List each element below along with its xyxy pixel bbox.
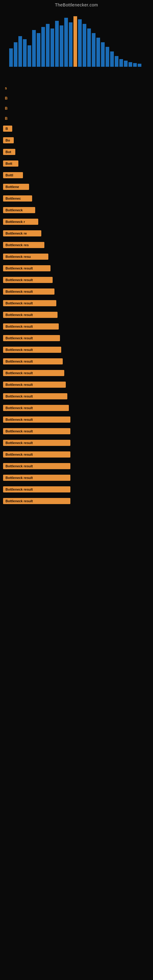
result-row: Bottleneck bbox=[3, 207, 150, 216]
bottleneck-result-label: Bottleneck result bbox=[3, 347, 61, 353]
bottleneck-result-label: Bottleneck r bbox=[3, 219, 38, 225]
bottleneck-result-label: Bottleneck result bbox=[3, 440, 70, 446]
bottleneck-result-label: Bot bbox=[3, 149, 15, 155]
svg-rect-15 bbox=[78, 19, 82, 67]
svg-rect-20 bbox=[101, 42, 105, 67]
result-row: Bottleneck result bbox=[3, 405, 150, 414]
result-row: B bbox=[3, 115, 150, 123]
svg-rect-8 bbox=[46, 24, 49, 67]
bottleneck-result-label: Bottleneck result bbox=[3, 370, 64, 376]
result-row: Bottleneck result bbox=[3, 428, 150, 438]
svg-rect-23 bbox=[115, 56, 118, 67]
bottleneck-result-label: Bottleneck result bbox=[3, 452, 70, 458]
result-row: Bottl bbox=[3, 172, 150, 181]
result-row: Bottleneck result bbox=[3, 358, 150, 368]
svg-rect-22 bbox=[110, 51, 114, 67]
chart-svg bbox=[6, 12, 147, 73]
svg-rect-6 bbox=[37, 33, 40, 67]
result-row: B bbox=[3, 95, 150, 103]
svg-rect-17 bbox=[87, 29, 91, 67]
svg-rect-19 bbox=[96, 38, 100, 67]
result-row: Bottleneck result bbox=[3, 440, 150, 449]
bottleneck-result-label: B bbox=[3, 126, 12, 132]
svg-rect-4 bbox=[27, 45, 31, 67]
bottleneck-result-label: Bottleneck result bbox=[3, 288, 54, 294]
bottleneck-result-label: Bottleneck result bbox=[3, 498, 70, 504]
svg-rect-11 bbox=[60, 25, 63, 67]
bottleneck-result-label: Bottleneck result bbox=[3, 335, 60, 341]
result-row: Bottleneck result bbox=[3, 323, 150, 332]
result-row: s bbox=[3, 85, 150, 93]
svg-rect-25 bbox=[124, 60, 128, 67]
result-row: Bottlene bbox=[3, 184, 150, 193]
early-label-bo: B bbox=[3, 105, 15, 111]
early-label-b: B bbox=[3, 95, 14, 101]
result-row: Bottleneck result bbox=[3, 288, 150, 298]
result-row: Bottleneck result bbox=[3, 277, 150, 286]
bottleneck-result-label: Bottleneck result bbox=[3, 300, 56, 306]
result-row: Bottleneck result bbox=[3, 300, 150, 309]
svg-rect-27 bbox=[133, 63, 137, 67]
chart-area bbox=[6, 12, 147, 79]
bottleneck-result-label: Bottleneck result bbox=[3, 463, 70, 469]
early-label-bot: B bbox=[3, 115, 18, 122]
results-list: BBoBotBottBottlBottleneBottlenecBottlene… bbox=[3, 126, 150, 507]
result-row: Bottlenec bbox=[3, 196, 150, 205]
bottleneck-result-label: Bottleneck result bbox=[3, 405, 69, 411]
bottleneck-result-label: Bottl bbox=[3, 172, 23, 178]
result-row: Bot bbox=[3, 149, 150, 158]
svg-rect-1 bbox=[14, 42, 18, 67]
bottleneck-result-label: Bottlenec bbox=[3, 196, 32, 202]
bottleneck-result-label: Bottleneck result bbox=[3, 265, 51, 271]
bottleneck-result-label: Bottleneck re bbox=[3, 230, 41, 236]
svg-rect-28 bbox=[138, 64, 141, 67]
svg-rect-24 bbox=[120, 59, 123, 67]
bottleneck-result-label: Bottleneck bbox=[3, 207, 35, 213]
svg-rect-0 bbox=[9, 48, 13, 67]
results-container: s B B B BBoBotBottBottlBottleneBottlenec… bbox=[0, 85, 153, 507]
svg-rect-14 bbox=[73, 16, 77, 67]
bottleneck-result-label: Bottleneck result bbox=[3, 382, 66, 388]
bottleneck-result-label: Bottleneck result bbox=[3, 277, 53, 283]
result-row: B bbox=[3, 126, 150, 135]
result-row: Bottleneck result bbox=[3, 463, 150, 472]
result-row: Bottleneck re bbox=[3, 230, 150, 240]
early-label-s: s bbox=[3, 85, 12, 91]
result-row: Bottleneck result bbox=[3, 452, 150, 461]
result-row: Bottleneck result bbox=[3, 265, 150, 274]
result-row: Bottleneck res bbox=[3, 242, 150, 251]
result-row: Bottleneck result bbox=[3, 486, 150, 495]
bottleneck-result-label: Bottleneck result bbox=[3, 393, 67, 399]
result-row: Bottleneck resu bbox=[3, 254, 150, 263]
result-row: Bottleneck result bbox=[3, 417, 150, 426]
bottleneck-result-label: Bottleneck res bbox=[3, 242, 45, 248]
result-row: Bottleneck r bbox=[3, 219, 150, 228]
svg-rect-21 bbox=[105, 47, 109, 67]
svg-rect-2 bbox=[18, 36, 22, 67]
svg-rect-10 bbox=[55, 21, 59, 67]
bottleneck-result-label: Bottleneck result bbox=[3, 475, 70, 481]
svg-rect-9 bbox=[51, 29, 54, 67]
bottleneck-result-label: Bo bbox=[3, 137, 14, 143]
svg-rect-16 bbox=[83, 24, 86, 67]
result-row: Bott bbox=[3, 161, 150, 170]
result-row: Bottleneck result bbox=[3, 393, 150, 402]
bottleneck-result-label: Bottleneck result bbox=[3, 358, 63, 364]
result-row: Bottleneck result bbox=[3, 312, 150, 321]
bottleneck-result-label: Bottleneck resu bbox=[3, 254, 48, 260]
site-title: TheBottlenecker.com bbox=[0, 0, 153, 9]
bottleneck-result-label: Bottleneck result bbox=[3, 312, 57, 318]
svg-rect-3 bbox=[23, 39, 27, 67]
svg-rect-7 bbox=[41, 27, 45, 67]
bottleneck-result-label: Bottleneck result bbox=[3, 323, 59, 329]
svg-rect-26 bbox=[129, 62, 132, 67]
result-row: Bo bbox=[3, 137, 150, 146]
bottleneck-result-label: Bott bbox=[3, 161, 18, 167]
svg-rect-5 bbox=[32, 30, 36, 67]
result-row: Bottleneck result bbox=[3, 498, 150, 507]
result-row: Bottleneck result bbox=[3, 475, 150, 484]
svg-rect-18 bbox=[92, 33, 96, 67]
bottleneck-result-label: Bottleneck result bbox=[3, 428, 70, 434]
svg-rect-13 bbox=[69, 22, 73, 67]
bottleneck-result-label: Bottleneck result bbox=[3, 486, 70, 492]
